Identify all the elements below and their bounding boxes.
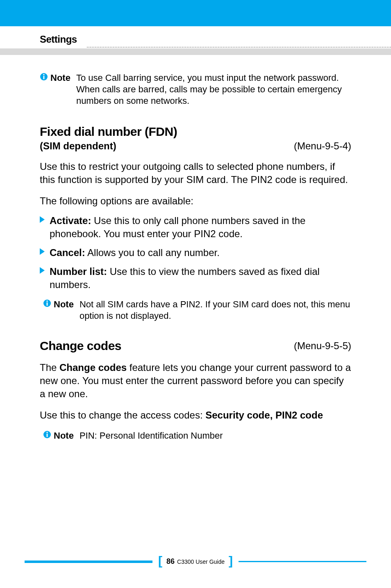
svg-marker-5 [40,267,45,274]
svg-point-11 [46,432,48,433]
section-heading: Change codes [40,339,121,353]
bullet-text: Number list: Use this to view the number… [50,265,351,291]
grey-sub-bar [0,48,391,55]
info-icon [43,299,51,322]
note-label: Note [54,299,74,322]
section-heading-row: Change codes (Menu-9-5-5) [40,339,351,353]
list-item: Activate: Use this to only call phone nu… [40,214,351,240]
section-subheading: (SIM dependent) [40,140,177,152]
text-pre: The [40,362,59,373]
info-icon [40,73,48,107]
content-area: Note To use Call barring service, you mu… [0,72,391,442]
bracket-left-icon: [ [158,557,162,565]
footer-rule-left [25,561,152,563]
info-icon [43,430,51,442]
bullet-label: Activate: [50,215,91,226]
footer-center: [ 86 C3300 User Guide ] [155,557,236,566]
menu-reference: (Menu-9-5-5) [294,340,351,352]
top-accent-bar [0,0,391,26]
svg-point-2 [43,74,44,75]
svg-rect-1 [43,76,45,79]
note-block: Note Not all SIM cards have a PIN2. If y… [43,299,351,322]
note-text: Not all SIM cards have a PIN2. If your S… [80,299,351,322]
section-heading-left: Fixed dial number (FDN) (SIM dependent) [40,125,177,152]
page-root: Settings Note To use Call barring servic… [0,0,391,588]
guide-label: C3300 User Guide [177,558,225,565]
bullet-text: Cancel: Allows you to call any number. [50,246,351,259]
svg-marker-4 [40,248,45,255]
note-text: PIN: Personal Identification Number [80,430,351,442]
list-item: Number list: Use this to view the number… [40,265,351,291]
triangle-icon [40,267,45,274]
svg-marker-3 [40,216,45,223]
text-bold: Change codes [59,362,127,373]
triangle-icon [40,248,45,255]
bullet-text: Activate: Use this to only call phone nu… [50,214,351,240]
text-pre: Use this to change the access codes: [40,410,205,421]
bullet-list: Activate: Use this to only call phone nu… [40,214,351,291]
svg-rect-10 [47,434,48,437]
note-block: Note To use Call barring service, you mu… [40,72,351,107]
triangle-icon [40,216,45,223]
svg-point-8 [46,300,48,302]
bullet-body: Allows you to call any number. [85,247,220,258]
section-heading: Fixed dial number (FDN) [40,125,177,139]
footer-line: [ 86 C3300 User Guide ] [0,557,391,566]
page-number: 86 [166,557,175,566]
note-text: To use Call barring service, you must in… [76,72,351,107]
note-block: Note PIN: Personal Identification Number [43,430,351,442]
page-section-title: Settings [40,34,77,45]
menu-reference: (Menu-9-5-4) [294,140,351,152]
bullet-label: Number list: [50,266,107,277]
text-bold: Security code, PIN2 code [205,410,323,421]
body-paragraph: The following options are available: [40,194,351,208]
footer-rule-right [239,561,366,562]
section-header-row: Settings [0,30,391,48]
note-label: Note [50,72,70,107]
section-heading-row: Fixed dial number (FDN) (SIM dependent) … [40,125,351,152]
body-paragraph: Use this to change the access codes: Sec… [40,409,351,422]
bullet-label: Cancel: [50,247,85,258]
body-paragraph: Use this to restrict your outgoing calls… [40,160,351,186]
list-item: Cancel: Allows you to call any number. [40,246,351,259]
body-paragraph: The Change codes feature lets you change… [40,361,351,400]
svg-rect-7 [47,302,48,306]
bracket-right-icon: ] [229,557,233,565]
note-label: Note [54,430,74,442]
page-footer: [ 86 C3300 User Guide ] [0,557,391,566]
